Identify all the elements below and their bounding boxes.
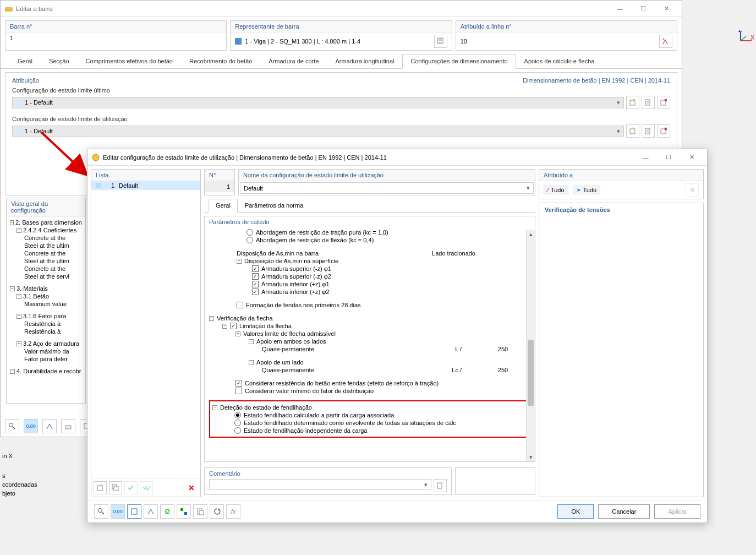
delete-util-button[interactable] — [657, 124, 670, 138]
maximize-button[interactable]: ☐ — [658, 151, 680, 164]
config-ultimo-combo[interactable]: 1 - Default ▾ — [12, 97, 624, 108]
ok-button[interactable]: OK — [557, 504, 594, 519]
check-resist[interactable] — [235, 380, 242, 387]
cancel-button[interactable]: Cancelar — [598, 504, 650, 519]
close-button[interactable]: ✕ — [655, 2, 677, 15]
scroll-up-button[interactable]: ▴ — [527, 230, 535, 238]
svg-point-27 — [98, 509, 102, 513]
tab-comprimentos[interactable]: Comprimentos efetivos do betão — [78, 54, 181, 68]
tudo-chip-1[interactable]: ⁄Tudo — [544, 186, 568, 194]
scroll-thumb[interactable] — [528, 340, 534, 406]
svg-rect-36 — [199, 510, 204, 515]
svg-rect-29 — [132, 509, 137, 514]
edit-representante-button[interactable] — [434, 35, 447, 48]
comment-label: Comentário — [209, 470, 447, 477]
check-ai2[interactable] — [252, 289, 259, 295]
maximize-button[interactable]: ☐ — [632, 2, 654, 15]
copy-item-button[interactable] — [109, 481, 122, 494]
tab-apoios[interactable]: Apoios de cálculo e flecha — [516, 54, 603, 68]
atribuido-label: Atribuído a linha n° — [456, 21, 677, 32]
svg-rect-34 — [184, 512, 187, 515]
tool-b5[interactable] — [160, 504, 174, 519]
tool-b7[interactable] — [193, 504, 207, 519]
check2-button[interactable] — [140, 481, 153, 494]
scroll-down-button[interactable]: ▾ — [527, 453, 535, 461]
tab-armadura-long[interactable]: Armadura longitudinal — [327, 54, 402, 68]
close-button[interactable]: ✕ — [681, 151, 703, 164]
tool-b3[interactable] — [127, 504, 141, 519]
delete-item-button[interactable]: ✕ — [185, 481, 198, 494]
svg-text:X: X — [750, 34, 754, 41]
units-button[interactable]: 0.00 — [24, 419, 38, 433]
inner-tab-param[interactable]: Parâmetros da norma — [238, 199, 310, 212]
color-chip — [235, 38, 242, 45]
svg-line-16 — [47, 424, 50, 429]
expander-icon[interactable]: − — [237, 259, 242, 264]
window-title: Editar a barra — [16, 6, 609, 12]
apply-button[interactable]: Aplicar — [654, 504, 700, 519]
radio-est2[interactable] — [234, 420, 241, 426]
check-fator-dist[interactable] — [235, 388, 242, 394]
fx-button[interactable]: fx — [226, 504, 240, 519]
inner-tab-geral[interactable]: Geral — [209, 199, 238, 213]
radio-trac-pura[interactable] — [246, 229, 253, 236]
new-util-button[interactable] — [626, 124, 639, 138]
representante-label: Representante de barra — [231, 21, 451, 32]
svg-rect-18 — [65, 426, 71, 429]
comment-edit-button[interactable] — [434, 479, 447, 492]
tab-config-dim[interactable]: Configurações de dimensionamento — [402, 54, 516, 69]
status-labels: in X s coordenadas bjeto — [0, 451, 40, 498]
list-item[interactable]: 1 Default — [91, 181, 200, 190]
minimize-button[interactable]: — — [634, 151, 656, 164]
svg-line-17 — [50, 424, 52, 429]
tool-3[interactable] — [42, 419, 57, 433]
radio-est1[interactable] — [234, 412, 241, 418]
comment-input[interactable]: ▾ — [209, 479, 431, 490]
check-as2[interactable] — [252, 273, 259, 280]
tool-b4[interactable] — [144, 504, 158, 519]
tab-recobrimento[interactable]: Recobrimento do betão — [181, 54, 260, 68]
tab-geral[interactable]: Geral — [9, 54, 41, 68]
app-icon — [92, 154, 100, 161]
tudo-chip-2[interactable]: ➤Tudo — [573, 186, 601, 194]
new-item-button[interactable] — [94, 481, 107, 494]
radio-flexao[interactable] — [246, 237, 253, 243]
check-item-button[interactable] — [124, 481, 138, 494]
tab-armadura-corte[interactable]: Armadura de corte — [260, 54, 327, 68]
edit-util-button[interactable] — [642, 124, 655, 138]
scrollbar[interactable]: ▴ ▾ — [526, 230, 535, 461]
check-as1[interactable] — [252, 265, 259, 272]
nome-combo[interactable]: Default ▾ — [240, 182, 534, 194]
check-lim-flecha[interactable] — [230, 323, 237, 329]
search-button[interactable] — [94, 504, 108, 519]
config-overview: Vista geral da configuração −2. Bases pa… — [6, 198, 86, 404]
axes-icon[interactable]: ZX — [738, 30, 754, 43]
tool-4[interactable] — [61, 419, 75, 433]
clear-atrib-button[interactable]: ✕ — [686, 183, 699, 197]
check-fendas28[interactable] — [237, 302, 243, 308]
tool-b6[interactable] — [177, 504, 191, 519]
svg-line-2 — [741, 36, 746, 41]
reset-button[interactable] — [210, 504, 224, 519]
expander-icon[interactable]: − — [10, 220, 14, 225]
radio-est3[interactable] — [234, 427, 241, 434]
new-ultimo-button[interactable] — [626, 96, 639, 109]
delete-ultimo-button[interactable] — [657, 96, 670, 109]
config-util-combo[interactable]: 1 - Default ▾ — [12, 126, 624, 137]
svg-rect-11 — [630, 129, 635, 134]
check-ai1[interactable] — [252, 281, 259, 287]
units-button[interactable]: 0.00 — [111, 504, 125, 519]
pick-line-button[interactable] — [659, 35, 672, 48]
search-button[interactable] — [5, 419, 19, 433]
svg-point-22 — [92, 154, 99, 161]
svg-rect-25 — [114, 486, 118, 491]
titlebar: Editar a barra — ☐ ✕ — [1, 1, 682, 17]
svg-line-30 — [148, 509, 151, 514]
svg-rect-33 — [180, 508, 183, 511]
edit-ultimo-button[interactable] — [642, 96, 655, 109]
param-header: Parâmetros de cálculo — [205, 216, 535, 227]
tab-seccao[interactable]: Secção — [41, 54, 78, 68]
svg-rect-12 — [645, 128, 650, 134]
svg-line-31 — [151, 509, 154, 514]
minimize-button[interactable]: — — [609, 2, 631, 15]
